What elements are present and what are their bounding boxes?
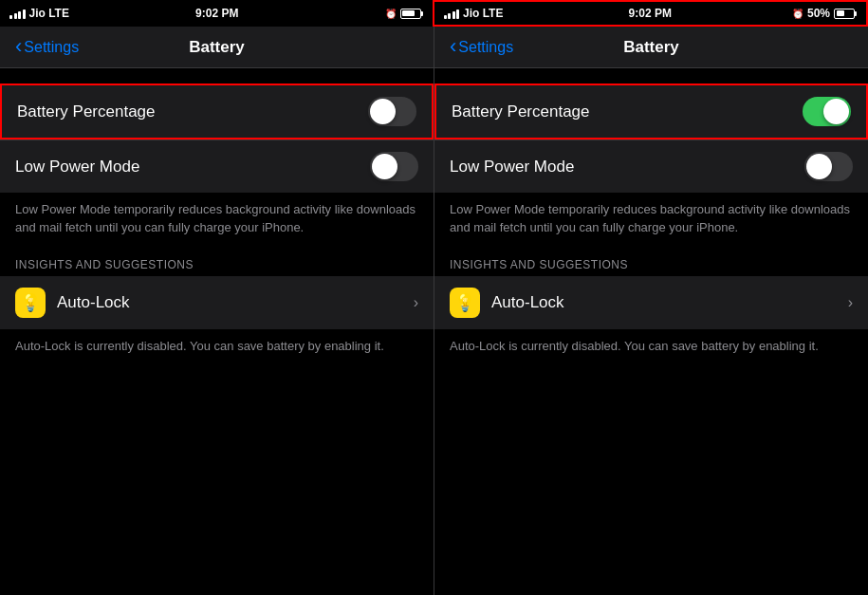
carrier-label-left: Jio LTE bbox=[29, 7, 69, 20]
battery-icon-right bbox=[834, 9, 857, 19]
auto-lock-row-right[interactable]: 💡 Auto-Lock › bbox=[434, 276, 868, 329]
signal-icon-right bbox=[444, 8, 460, 19]
time-left: 9:02 PM bbox=[195, 7, 238, 20]
carrier-left: Jio LTE bbox=[9, 7, 69, 20]
low-power-toggle-left[interactable] bbox=[370, 152, 418, 181]
signal-icon-left bbox=[9, 8, 26, 19]
description-left: Low Power Mode temporarily reduces backg… bbox=[0, 193, 434, 248]
auto-lock-description-text-left: Auto-Lock is currently disabled. You can… bbox=[15, 339, 384, 353]
battery-percentage-label-left: Battery Percentage bbox=[17, 102, 156, 121]
carrier-label-right: Jio LTE bbox=[463, 7, 503, 20]
description-right: Low Power Mode temporarily reduces backg… bbox=[434, 193, 868, 248]
battery-percent-right: 50% bbox=[807, 7, 830, 20]
description-text-right: Low Power Mode temporarily reduces backg… bbox=[450, 202, 850, 234]
battery-percentage-section-left: Battery Percentage bbox=[0, 84, 434, 139]
back-button-left[interactable]: ‹ Settings bbox=[15, 38, 79, 57]
nav-bar-right: ‹ Settings Battery bbox=[434, 27, 868, 68]
bulb-icon-left: 💡 bbox=[15, 288, 46, 318]
nav-bar-left: ‹ Settings Battery bbox=[0, 27, 434, 68]
right-panel: Battery Percentage Low Power Mode Low Po… bbox=[434, 68, 868, 595]
low-power-label-left: Low Power Mode bbox=[15, 158, 139, 177]
auto-lock-chevron-left: › bbox=[414, 294, 418, 311]
left-panel: Battery Percentage Low Power Mode Low Po… bbox=[0, 68, 434, 595]
nav-title-left: Battery bbox=[189, 38, 245, 57]
alarm-icon-right: ⏰ bbox=[792, 9, 803, 19]
auto-lock-chevron-right: › bbox=[848, 294, 853, 311]
battery-percentage-section-right: Battery Percentage bbox=[434, 84, 868, 139]
description-text-left: Low Power Mode temporarily reduces backg… bbox=[15, 202, 416, 234]
low-power-label-right: Low Power Mode bbox=[450, 158, 574, 177]
bulb-icon-right: 💡 bbox=[450, 288, 480, 318]
alarm-icon-left: ⏰ bbox=[385, 9, 397, 19]
back-label-left: Settings bbox=[24, 39, 79, 56]
battery-percentage-row-left[interactable]: Battery Percentage bbox=[2, 85, 432, 138]
status-bar-left: Jio LTE 9:02 PM ⏰ bbox=[0, 0, 433, 27]
insights-header-text-right: INSIGHTS AND SUGGESTIONS bbox=[450, 258, 628, 271]
auto-lock-label-left: Auto-Lock bbox=[57, 293, 402, 312]
back-arrow-icon-left: ‹ bbox=[15, 36, 22, 57]
carrier-right: Jio LTE bbox=[444, 7, 504, 20]
battery-area-left: ⏰ bbox=[385, 9, 423, 19]
nav-title-right: Battery bbox=[623, 38, 679, 57]
back-button-right[interactable]: ‹ Settings bbox=[450, 38, 513, 57]
battery-percentage-row-right[interactable]: Battery Percentage bbox=[436, 85, 866, 138]
auto-lock-description-text-right: Auto-Lock is currently disabled. You can… bbox=[450, 339, 819, 353]
battery-percentage-toggle-right[interactable] bbox=[803, 97, 851, 126]
insights-header-right: INSIGHTS AND SUGGESTIONS bbox=[434, 248, 868, 276]
low-power-row-right[interactable]: Low Power Mode bbox=[434, 139, 868, 193]
low-power-row-left[interactable]: Low Power Mode bbox=[0, 139, 434, 193]
battery-percentage-label-right: Battery Percentage bbox=[452, 102, 590, 121]
insights-header-text-left: INSIGHTS AND SUGGESTIONS bbox=[15, 258, 194, 271]
auto-lock-description-left: Auto-Lock is currently disabled. You can… bbox=[0, 329, 434, 366]
auto-lock-label-right: Auto-Lock bbox=[491, 293, 837, 312]
time-right: 9:02 PM bbox=[629, 7, 672, 20]
battery-icon-left bbox=[400, 9, 423, 19]
auto-lock-description-right: Auto-Lock is currently disabled. You can… bbox=[434, 329, 868, 366]
insights-header-left: INSIGHTS AND SUGGESTIONS bbox=[0, 248, 434, 276]
auto-lock-row-left[interactable]: 💡 Auto-Lock › bbox=[0, 276, 434, 329]
battery-area-right: ⏰ 50% bbox=[792, 7, 857, 20]
low-power-toggle-right[interactable] bbox=[804, 152, 853, 181]
back-arrow-icon-right: ‹ bbox=[450, 36, 456, 57]
status-bar-right: Jio LTE 9:02 PM ⏰ 50% bbox=[433, 0, 869, 27]
back-label-right: Settings bbox=[458, 39, 513, 56]
battery-percentage-toggle-left[interactable] bbox=[368, 97, 416, 126]
